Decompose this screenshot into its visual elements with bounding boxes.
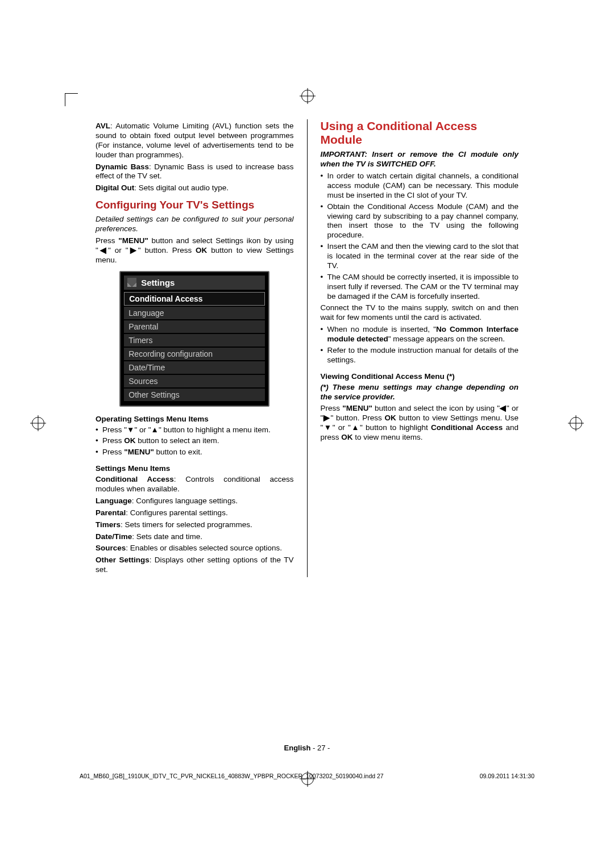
desc-other: Other Settings: Displays other setting o… xyxy=(96,556,294,575)
avl-label: AVL xyxy=(96,122,110,130)
ok-label: OK xyxy=(196,246,207,254)
txt: " button. Press xyxy=(138,246,196,254)
list-item: Press OK button to select an item. xyxy=(96,436,294,446)
left-arrow-icon: ◀ xyxy=(98,246,108,254)
menu-item: Language xyxy=(124,307,265,319)
down-arrow-icon: ▼ xyxy=(127,425,134,434)
label: Conditional Access xyxy=(96,475,174,483)
page-content: AVL: Automatic Volume Limiting (AVL) fun… xyxy=(96,119,518,577)
menu-item: Parental xyxy=(124,320,265,333)
txt: : Enables or disables selected source op… xyxy=(126,544,282,552)
up-arrow-icon: ▲ xyxy=(151,425,159,434)
registration-mark-icon xyxy=(32,417,44,429)
crop-mark xyxy=(65,93,78,106)
dyn-label: Dynamic Bass xyxy=(96,162,149,171)
column-divider xyxy=(307,119,308,577)
right-arrow-icon: ▶ xyxy=(128,246,138,254)
dynamic-bass-paragraph: Dynamic Bass: Dynamic Bass is used to in… xyxy=(96,162,294,182)
desc-conditional: Conditional Access: Controls conditional… xyxy=(96,475,294,494)
menu-item-selected: Conditional Access xyxy=(124,292,265,306)
left-arrow-icon: ◀ xyxy=(500,404,507,412)
cam-list-2: When no module is inserted, "No Common I… xyxy=(320,325,518,365)
txt: When no module is inserted, " xyxy=(327,325,436,333)
txt: Press xyxy=(96,236,118,245)
list-item: Press "MENU" button to exit. xyxy=(96,448,294,457)
list-item: When no module is inserted, "No Common I… xyxy=(320,325,518,344)
menu-title: Settings xyxy=(141,278,175,287)
ok-label: OK xyxy=(341,433,352,441)
down-arrow-icon: ▼ xyxy=(323,423,332,432)
txt: : Sets date and time. xyxy=(132,532,202,541)
txt: " or " xyxy=(134,425,151,434)
settings-items-heading: Settings Menu Items xyxy=(96,464,294,473)
list-item: Insert the CAM and then the viewing card… xyxy=(320,242,518,271)
ca-label: Conditional Access xyxy=(431,423,503,432)
label: Date/Time xyxy=(96,532,132,541)
configuring-heading: Configuring Your TV's Settings xyxy=(96,199,294,211)
digital-out-paragraph: Digital Out: Sets digital out audio type… xyxy=(96,183,294,193)
press-menu-paragraph: Press "MENU" button and select Settings … xyxy=(96,236,294,265)
cam-heading: Using a Conditional Access Module xyxy=(320,119,518,147)
operating-heading: Operating Settings Menu Items xyxy=(96,415,294,423)
txt: " or " xyxy=(108,246,128,254)
operating-list: Press "▼" or "▲" button to highlight a m… xyxy=(96,425,294,458)
config-intro: Detailed settings can be configured to s… xyxy=(96,215,294,234)
txt: : Sets timers for selected programmes. xyxy=(121,520,252,529)
avl-text: : Automatic Volume Limiting (AVL) functi… xyxy=(96,122,294,159)
viewing-note: (*) These menu settings may change depen… xyxy=(320,383,518,402)
desc-timers: Timers: Sets timers for selected program… xyxy=(96,520,294,530)
viewing-press-paragraph: Press "MENU" button and select the icon … xyxy=(320,404,518,443)
txt: " button to highlight a menu item. xyxy=(159,425,271,434)
txt: " button to highlight xyxy=(360,423,431,432)
list-item: The CAM should be correctly inserted, it… xyxy=(320,273,518,302)
menu-label: "MENU" xyxy=(118,236,148,245)
txt: " message appears on the screen. xyxy=(388,335,505,343)
txt: Press " xyxy=(102,425,127,434)
meta-file: A01_MB60_[GB]_1910UK_IDTV_TC_PVR_NICKEL1… xyxy=(80,773,384,779)
txt: button to exit. xyxy=(154,448,202,456)
label: Sources xyxy=(96,544,126,552)
menu-label: "MENU" xyxy=(124,448,154,456)
txt: Press xyxy=(320,404,342,412)
txt: " button. Press xyxy=(330,414,384,422)
txt: : Configures language settings. xyxy=(132,496,238,505)
label: Other Settings xyxy=(96,556,150,564)
ok-label: OK xyxy=(385,414,396,422)
dout-label: Digital Out xyxy=(96,183,134,192)
settings-menu-screenshot: Settings Conditional Access Language Par… xyxy=(119,271,269,407)
registration-mark-icon xyxy=(570,417,582,429)
desc-parental: Parental: Configures parental settings. xyxy=(96,508,294,518)
right-column: Using a Conditional Access Module IMPORT… xyxy=(320,119,518,577)
list-item: In order to watch certain digital channe… xyxy=(320,172,518,201)
menu-title-row: Settings xyxy=(124,276,265,290)
list-item: Press "▼" or "▲" button to highlight a m… xyxy=(96,425,294,435)
list-item: Refer to the module instruction manual f… xyxy=(320,346,518,365)
menu-item: Timers xyxy=(124,334,265,347)
txt: : Configures parental settings. xyxy=(126,508,227,517)
label: Language xyxy=(96,496,132,505)
viewing-cam-heading: Viewing Conditional Access Menu (*) xyxy=(320,372,518,381)
label: Parental xyxy=(96,508,126,517)
txt: " or " xyxy=(333,423,351,432)
footer-language: English xyxy=(284,744,311,752)
desc-datetime: Date/Time: Sets date and time. xyxy=(96,532,294,542)
footer-page: - 27 - xyxy=(310,744,330,752)
desc-sources: Sources: Enables or disables selected so… xyxy=(96,544,294,553)
important-note: IMPORTANT: Insert or remove the CI modul… xyxy=(320,150,518,169)
cam-list-1: In order to watch certain digital channe… xyxy=(320,172,518,301)
menu-item: Date/Time xyxy=(124,361,265,374)
menu-label: "MENU" xyxy=(342,404,372,412)
txt: button and select the icon by using " xyxy=(372,404,500,412)
txt: to view menu items. xyxy=(353,433,423,441)
txt: Press xyxy=(102,448,124,456)
menu-item: Recording configuration xyxy=(124,348,265,360)
menu-item: Sources xyxy=(124,375,265,387)
dout-text: : Sets digital out audio type. xyxy=(134,183,229,192)
ok-label: OK xyxy=(124,436,135,445)
right-arrow-icon: ▶ xyxy=(323,414,330,422)
left-column: AVL: Automatic Volume Limiting (AVL) fun… xyxy=(96,119,294,577)
page-footer: English - 27 - xyxy=(96,744,518,752)
txt: button to select an item. xyxy=(136,436,219,445)
connect-paragraph: Connect the TV to the mains supply, swit… xyxy=(320,303,518,323)
registration-mark-icon xyxy=(301,773,314,785)
